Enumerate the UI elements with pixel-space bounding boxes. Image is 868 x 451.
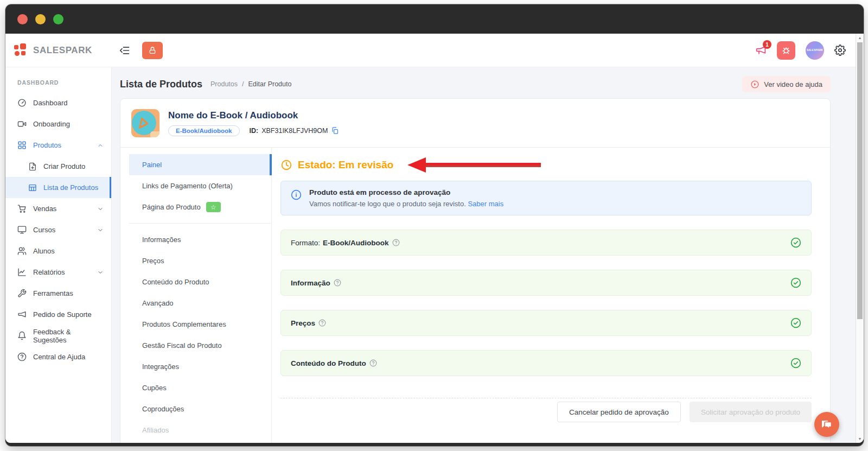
copy-icon[interactable] bbox=[331, 126, 339, 135]
product-id-label: ID: bbox=[250, 127, 259, 135]
tab-produtos-complementares[interactable]: Produtos Complementares bbox=[129, 314, 271, 335]
wrench-icon bbox=[17, 289, 27, 298]
topbar: SALESPARK 1 SALESPARK bbox=[5, 34, 856, 67]
chat-fab-button[interactable] bbox=[814, 412, 839, 437]
bug-icon bbox=[781, 46, 791, 55]
breadcrumb: Produtos / Editar Produto bbox=[210, 80, 291, 88]
footer-separator bbox=[280, 398, 812, 398]
grid-icon bbox=[17, 141, 27, 150]
minimize-window-button[interactable] bbox=[35, 14, 46, 24]
tab-label: Produtos Complementares bbox=[142, 320, 226, 328]
tab-conteudo-do-produto[interactable]: Conteúdo do Produto bbox=[129, 271, 271, 293]
sidebar-item-ferramentas[interactable]: Ferramentas bbox=[5, 283, 111, 304]
product-type-badge: E-Book/Audiobook bbox=[168, 125, 240, 136]
help-tooltip-icon[interactable] bbox=[334, 279, 341, 287]
sidebar-item-label: Feedback & Sugestões bbox=[33, 328, 104, 344]
product-header: Nome do E-Book / Audiobook E-Book/Audiob… bbox=[120, 99, 830, 148]
chat-bubbles-icon bbox=[820, 418, 833, 431]
announcements-button[interactable]: 1 bbox=[755, 45, 767, 56]
help-video-button[interactable]: Ver video de ajuda bbox=[742, 76, 831, 92]
tab-links-de-pagamento[interactable]: Links de Pagamento (Oferta) bbox=[129, 175, 271, 196]
tab-cupoes[interactable]: Cupões bbox=[129, 377, 271, 398]
tab-precos[interactable]: Preços bbox=[129, 250, 271, 271]
scrollbar-up-arrow[interactable]: ▲ bbox=[856, 34, 864, 42]
tab-label: Preços bbox=[142, 257, 164, 265]
tab-label: Afiliados bbox=[142, 426, 169, 434]
app-window: SALESPARK 1 SALESPARK bbox=[5, 4, 864, 446]
tab-label: Gestão Fiscal do Produto bbox=[142, 341, 222, 350]
logo: SALESPARK bbox=[5, 43, 112, 58]
tab-label: Página do Produto bbox=[142, 203, 201, 211]
tab-integracoes[interactable]: Integrações bbox=[129, 356, 271, 377]
sidebar-item-cursos[interactable]: Cursos bbox=[5, 219, 111, 240]
breadcrumb-parent[interactable]: Produtos bbox=[210, 80, 238, 88]
lock-icon bbox=[148, 46, 157, 55]
help-tooltip-icon[interactable] bbox=[369, 359, 377, 367]
product-thumbnail bbox=[131, 109, 159, 137]
tab-label: Painel bbox=[142, 161, 162, 169]
sidebar-item-pedido-de-suporte[interactable]: Pedido de Suporte bbox=[5, 304, 111, 325]
report-bug-button[interactable] bbox=[777, 41, 795, 60]
close-window-button[interactable] bbox=[17, 14, 28, 24]
checklist-row-formato[interactable]: Formato:E-Book/Audiobook bbox=[280, 230, 812, 256]
check-label-bold: Informação bbox=[291, 279, 330, 287]
logo-text: SALESPARK bbox=[33, 45, 92, 56]
check-circle-icon bbox=[790, 317, 801, 328]
tab-label: Avançado bbox=[142, 299, 174, 307]
sidebar-item-lista-de-produtos[interactable]: Lista de Produtos bbox=[5, 177, 111, 198]
window-titlebar bbox=[5, 4, 864, 34]
sidebar-item-label: Onboarding bbox=[33, 120, 70, 128]
avatar[interactable]: SALESPARK bbox=[806, 41, 824, 60]
help-tooltip-icon[interactable] bbox=[392, 239, 400, 246]
sidebar-item-dashboard[interactable]: Dashboard bbox=[5, 92, 111, 113]
sidebar-item-produtos[interactable]: Produtos bbox=[5, 135, 111, 156]
sidebar-item-central-de-ajuda[interactable]: Central de Ajuda bbox=[5, 346, 111, 367]
panel-content: Estado: Em revisão Produto bbox=[272, 148, 830, 443]
help-circle-icon bbox=[17, 352, 27, 361]
gear-icon bbox=[834, 45, 846, 56]
check-label-prefix: Formato: bbox=[291, 239, 320, 247]
status-heading: Estado: Em revisão bbox=[298, 159, 393, 171]
tab-coproducoes[interactable]: Coproduções bbox=[129, 398, 271, 420]
sidebar-section-label: DASHBOARD bbox=[5, 76, 111, 92]
tab-painel[interactable]: Painel bbox=[129, 154, 272, 175]
page-title: Lista de Produtos bbox=[120, 79, 202, 90]
tab-gestao-fiscal[interactable]: Gestão Fiscal do Produto bbox=[129, 335, 271, 356]
saber-mais-link[interactable]: Saber mais bbox=[468, 200, 503, 208]
tab-pagina-do-produto[interactable]: Página do Produto ☆ bbox=[129, 196, 271, 218]
scrollbar-thumb[interactable] bbox=[857, 42, 863, 319]
settings-button[interactable] bbox=[834, 45, 846, 56]
vertical-scrollbar[interactable]: ▲ ▼ bbox=[856, 34, 864, 443]
sidebar-item-onboarding[interactable]: Onboarding bbox=[5, 113, 111, 135]
maximize-window-button[interactable] bbox=[53, 14, 63, 24]
checklist-row-informacao[interactable]: Informação bbox=[280, 270, 812, 296]
star-badge-icon: ☆ bbox=[206, 202, 221, 212]
check-label-bold: Conteúdo do Produto bbox=[291, 359, 366, 367]
tab-avancado[interactable]: Avançado bbox=[129, 293, 271, 314]
checklist-row-precos[interactable]: Preços bbox=[280, 310, 812, 336]
sidebar-collapse-icon[interactable] bbox=[119, 45, 130, 56]
checklist-row-conteudo[interactable]: Conteúdo do Produto bbox=[280, 350, 812, 376]
chevron-down-icon bbox=[97, 227, 104, 233]
sidebar-item-relatorios[interactable]: Relatórios bbox=[5, 262, 111, 283]
sidebar-item-criar-produto[interactable]: Criar Produto bbox=[5, 156, 111, 177]
check-circle-icon bbox=[790, 237, 801, 248]
product-id: ID: XBF31IK8LFJVH9OM bbox=[250, 126, 340, 135]
sidebar-item-vendas[interactable]: Vendas bbox=[5, 198, 111, 219]
sidebar-item-label: Lista de Produtos bbox=[43, 183, 98, 192]
chevron-down-icon bbox=[97, 206, 104, 212]
topbar-actions: 1 SALESPARK bbox=[755, 41, 856, 60]
avatar-text: SALESPARK bbox=[807, 49, 823, 52]
sidebar-item-feedback[interactable]: Feedback & Sugestões bbox=[5, 325, 111, 346]
cancel-approval-button[interactable]: Cancelar pedido de aprovação bbox=[557, 402, 681, 422]
tab-informacoes[interactable]: Informações bbox=[129, 229, 271, 250]
lock-button[interactable] bbox=[142, 42, 163, 59]
alert-title: Produto está em processo de aprovação bbox=[309, 188, 503, 196]
scrollbar-down-arrow[interactable]: ▼ bbox=[856, 435, 864, 443]
tab-label: Cupões bbox=[142, 384, 167, 392]
sidebar-item-alunos[interactable]: Alunos bbox=[5, 240, 111, 262]
clock-icon bbox=[280, 159, 292, 171]
product-tabs: Painel Links de Pagamento (Oferta) Págin… bbox=[120, 148, 272, 443]
help-tooltip-icon[interactable] bbox=[318, 319, 326, 327]
tab-relatorios[interactable]: Relatórios bbox=[129, 441, 271, 443]
